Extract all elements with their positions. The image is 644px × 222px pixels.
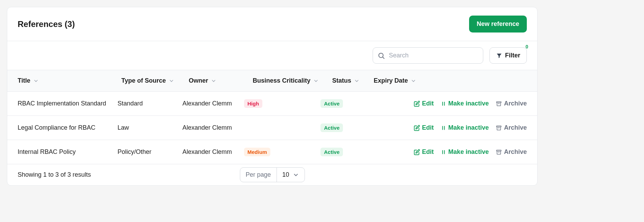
cell-status: Active — [320, 99, 361, 108]
make-inactive-action[interactable]: Make inactive — [441, 148, 489, 156]
chevron-down-icon — [411, 78, 416, 84]
column-header-criticality[interactable]: Business Criticality — [253, 77, 332, 84]
table-row: RBAC Implementation StandardStandardAlex… — [7, 92, 537, 116]
column-label: Owner — [189, 77, 208, 84]
cell-actions: EditMake inactiveArchive — [414, 148, 527, 156]
column-label: Title — [18, 77, 30, 84]
criticality-badge: Medium — [244, 148, 271, 156]
filter-label: Filter — [505, 52, 520, 59]
filter-icon — [496, 53, 502, 59]
cell-actions: EditMake inactiveArchive — [414, 100, 527, 107]
pause-icon — [441, 101, 446, 107]
make-inactive-action[interactable]: Make inactive — [441, 100, 489, 107]
table-footer: Showing 1 to 3 of 3 results Per page 10 — [7, 164, 537, 185]
column-label: Expiry Date — [374, 77, 408, 84]
column-header-owner[interactable]: Owner — [189, 77, 253, 84]
make-inactive-action[interactable]: Make inactive — [441, 124, 489, 131]
edit-action[interactable]: Edit — [414, 148, 434, 156]
per-page-value: 10 — [282, 171, 289, 178]
chevron-down-icon — [211, 78, 216, 84]
cell-owner: Alexander Clemm — [183, 100, 244, 107]
status-badge: Active — [320, 99, 343, 108]
table-header-row: Title Type of Source Owner Business Crit… — [7, 70, 537, 92]
archive-action[interactable]: Archive — [496, 100, 527, 107]
chevron-down-icon — [313, 78, 319, 84]
table-row: Internal RBAC PolicyPolicy/OtherAlexande… — [7, 140, 537, 164]
edit-label: Edit — [422, 148, 434, 156]
cell-owner: Alexander Clemm — [183, 148, 244, 156]
filter-wrapper: 0 Filter — [489, 47, 527, 64]
column-label: Type of Source — [121, 77, 166, 84]
archive-icon — [496, 101, 502, 107]
edit-label: Edit — [422, 100, 434, 107]
edit-icon — [414, 149, 420, 155]
criticality-badge: High — [244, 99, 262, 108]
per-page-control: Per page 10 — [240, 167, 305, 182]
cell-status: Active — [320, 148, 361, 156]
archive-label: Archive — [504, 148, 527, 156]
column-label: Business Criticality — [253, 77, 310, 84]
edit-icon — [414, 125, 420, 131]
cell-title: Legal Compliance for RBAC — [18, 124, 118, 131]
cell-criticality: Medium — [244, 148, 320, 156]
archive-icon — [496, 149, 502, 155]
cell-title: RBAC Implementation Standard — [18, 100, 118, 107]
per-page-label: Per page — [240, 168, 277, 182]
make-inactive-label: Make inactive — [448, 100, 489, 107]
search-input[interactable] — [373, 47, 483, 64]
cell-type: Policy/Other — [118, 148, 183, 156]
filter-count-badge: 0 — [525, 44, 528, 49]
cell-criticality: High — [244, 99, 320, 108]
chevron-down-icon — [169, 78, 174, 84]
new-reference-button[interactable]: New reference — [469, 16, 527, 33]
references-card: References (3) New reference 0 Filter Ti… — [7, 7, 538, 186]
make-inactive-label: Make inactive — [448, 124, 489, 131]
search-icon — [377, 52, 385, 59]
per-page-select[interactable]: 10 — [277, 168, 305, 182]
column-header-status[interactable]: Status — [332, 77, 374, 84]
svg-line-1 — [383, 57, 384, 58]
cell-type: Law — [118, 124, 183, 131]
toolbar: 0 Filter — [7, 41, 537, 70]
chevron-down-icon — [293, 172, 299, 178]
cell-owner: Alexander Clemm — [183, 124, 244, 131]
edit-label: Edit — [422, 124, 434, 131]
pause-icon — [441, 149, 446, 155]
table-row: Legal Compliance for RBACLawAlexander Cl… — [7, 116, 537, 140]
cell-type: Standard — [118, 100, 183, 107]
table-body: RBAC Implementation StandardStandardAlex… — [7, 92, 537, 164]
edit-icon — [414, 101, 420, 107]
page-title: References (3) — [18, 19, 75, 29]
edit-action[interactable]: Edit — [414, 124, 434, 131]
make-inactive-label: Make inactive — [448, 148, 489, 156]
cell-actions: EditMake inactiveArchive — [414, 124, 527, 131]
filter-button[interactable]: Filter — [489, 47, 527, 64]
archive-label: Archive — [504, 100, 527, 107]
card-header: References (3) New reference — [7, 7, 537, 41]
search-wrapper — [373, 47, 483, 64]
edit-action[interactable]: Edit — [414, 100, 434, 107]
archive-icon — [496, 125, 502, 131]
cell-status: Active — [320, 123, 361, 132]
column-label: Status — [332, 77, 351, 84]
results-summary: Showing 1 to 3 of 3 results — [18, 171, 91, 178]
status-badge: Active — [320, 123, 343, 132]
archive-action[interactable]: Archive — [496, 124, 527, 131]
column-header-title[interactable]: Title — [18, 77, 121, 84]
cell-title: Internal RBAC Policy — [18, 148, 118, 156]
status-badge: Active — [320, 148, 343, 156]
column-header-type[interactable]: Type of Source — [121, 77, 189, 84]
column-header-expiry[interactable]: Expiry Date — [374, 77, 429, 84]
archive-action[interactable]: Archive — [496, 148, 527, 156]
pause-icon — [441, 125, 446, 131]
chevron-down-icon — [33, 78, 39, 84]
archive-label: Archive — [504, 124, 527, 131]
chevron-down-icon — [354, 78, 360, 84]
